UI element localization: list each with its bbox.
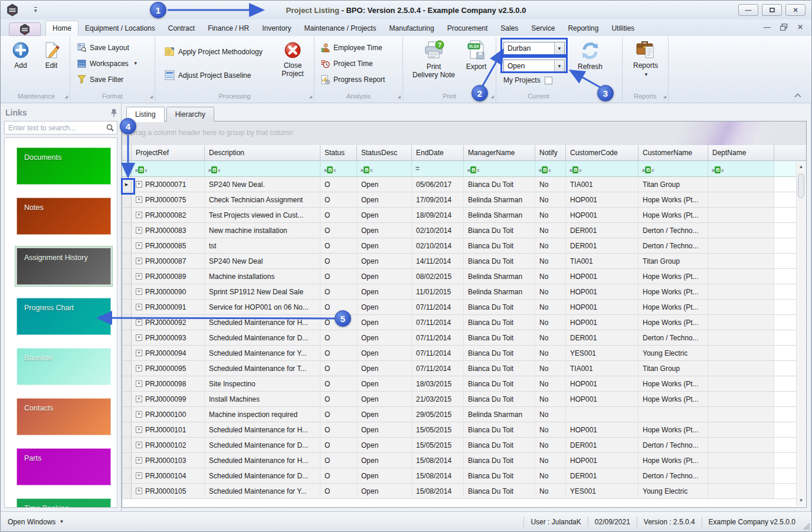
menu-tab-utilities[interactable]: Utilities bbox=[605, 21, 641, 36]
site-combobox[interactable]: Durban ▼ bbox=[503, 42, 565, 55]
filter-cell-projectref[interactable]: aBc bbox=[132, 161, 205, 177]
workspaces-button[interactable]: Workspaces▼ bbox=[77, 59, 138, 68]
maintenance-dialog-launcher-icon[interactable]: ◢ bbox=[65, 94, 68, 99]
links-search-box[interactable] bbox=[4, 121, 117, 134]
filter-cell-enddate[interactable]: = bbox=[412, 161, 464, 177]
filter-cell-deptname[interactable]: aBc bbox=[708, 161, 774, 177]
table-row[interactable]: PRJ0000102Scheduled Maintenance for D...… bbox=[122, 438, 806, 453]
filter-cell-customercode[interactable]: aBc bbox=[566, 161, 639, 177]
adjust-project-baseline-button[interactable]: Adjust Project Baseline bbox=[165, 70, 251, 80]
column-header-deptname[interactable]: DeptName bbox=[708, 145, 774, 161]
group-by-panel[interactable]: Drag a column header here to group by th… bbox=[122, 121, 806, 145]
filter-cell-statusdesc[interactable]: aBc bbox=[357, 161, 412, 177]
mdi-minimize-icon[interactable]: — bbox=[764, 23, 771, 31]
table-row[interactable]: PRJ0000092Scheduled Maintenance for H...… bbox=[122, 315, 806, 330]
menu-tab-equipment-locations[interactable]: Equipment / Locations bbox=[78, 21, 162, 36]
column-header-statusdesc[interactable]: StatusDesc bbox=[357, 145, 412, 161]
link-tile-notes[interactable]: Notes bbox=[17, 198, 111, 235]
expand-row-icon[interactable] bbox=[136, 442, 142, 448]
table-row[interactable]: PRJ0000099Install MachinesOOpen21/03/201… bbox=[122, 392, 806, 407]
reports-button[interactable]: Reports▼ bbox=[627, 40, 664, 78]
column-header-status[interactable]: Status bbox=[320, 145, 357, 161]
expand-row-icon[interactable] bbox=[136, 380, 142, 387]
expand-row-icon[interactable] bbox=[136, 258, 142, 264]
column-header-description[interactable]: Description bbox=[205, 145, 320, 161]
link-tile-baseline[interactable]: Baseline bbox=[17, 348, 111, 385]
edit-button[interactable]: Edit bbox=[37, 41, 66, 70]
vertical-scrollbar[interactable]: ▲ ▼ bbox=[796, 162, 806, 506]
expand-row-icon[interactable] bbox=[136, 350, 142, 356]
menu-tab-reporting[interactable]: Reporting bbox=[561, 21, 605, 36]
menu-tab-inventory[interactable]: Inventory bbox=[256, 21, 297, 36]
table-row[interactable]: PRJ0000082Test Projects viewed in Cust..… bbox=[122, 208, 806, 223]
pin-icon[interactable] bbox=[110, 109, 117, 117]
table-row[interactable]: PRJ0000094Scheduled Maintenance for Y...… bbox=[122, 346, 806, 361]
expand-row-icon[interactable] bbox=[136, 472, 142, 479]
my-projects-checkbox[interactable] bbox=[545, 77, 552, 84]
table-row[interactable]: PRJ0000093Scheduled Maintenance for D...… bbox=[122, 330, 806, 346]
expand-row-icon[interactable] bbox=[136, 488, 142, 494]
link-tile-parts[interactable]: Parts bbox=[17, 448, 111, 485]
expand-row-icon[interactable] bbox=[136, 273, 142, 280]
apply-project-methodology-button[interactable]: Apply Project Methodology bbox=[165, 47, 263, 57]
table-row[interactable]: PRJ0000105Scheduled Maintenance for Y...… bbox=[122, 484, 806, 499]
table-row[interactable]: PRJ0000087SP240 New DealOOpen14/11/2014B… bbox=[122, 254, 806, 269]
table-row[interactable]: PRJ0000091Service for HOP001 on 06 No...… bbox=[122, 300, 806, 315]
expand-row-icon[interactable] bbox=[136, 411, 142, 418]
scroll-up-icon[interactable]: ▲ bbox=[797, 163, 806, 171]
links-search-input[interactable] bbox=[5, 124, 106, 132]
menu-tab-finance-hr[interactable]: Finance / HR bbox=[201, 21, 256, 36]
column-header-notify[interactable]: Notify bbox=[535, 145, 566, 161]
refresh-button[interactable]: Refresh bbox=[571, 41, 610, 71]
expand-row-icon[interactable] bbox=[136, 242, 142, 249]
expand-row-icon[interactable] bbox=[136, 181, 142, 188]
table-row[interactable]: PRJ0000095Scheduled Maintenance for T...… bbox=[122, 361, 806, 376]
column-header-managername[interactable]: ManagerName bbox=[464, 145, 535, 161]
add-button[interactable]: Add bbox=[6, 41, 35, 70]
table-row[interactable]: PRJ0000075Check Technician AssignmentOOp… bbox=[122, 192, 806, 208]
table-row[interactable]: PRJ0000071SP240 New Deal.OOpen05/06/2017… bbox=[122, 177, 806, 192]
grid-tab-hierarchy[interactable]: Hierarchy bbox=[166, 107, 214, 121]
menu-tab-maintenance-projects[interactable]: Maintenance / Projects bbox=[298, 21, 383, 36]
column-header-enddate[interactable]: EndDate bbox=[412, 145, 464, 161]
scrollbar-thumb[interactable] bbox=[798, 173, 804, 198]
table-row[interactable]: PRJ0000083New machine installationOOpen0… bbox=[122, 223, 806, 238]
close-button[interactable]: ✕ bbox=[785, 4, 806, 16]
table-row[interactable]: PRJ0000090Sprint SP1912 New Deal SaleOOp… bbox=[122, 284, 806, 300]
format-dialog-launcher-icon[interactable]: ◢ bbox=[150, 94, 153, 99]
column-header-projectref[interactable]: ProjectRef bbox=[132, 145, 205, 161]
menu-tab-home[interactable]: Home bbox=[45, 21, 78, 36]
progress-report-button[interactable]: Progress Report bbox=[320, 75, 385, 84]
expand-row-icon[interactable] bbox=[136, 426, 142, 433]
reports-dialog-launcher-icon[interactable]: ◢ bbox=[663, 94, 666, 99]
table-row[interactable]: PRJ0000104Scheduled Maintenance for D...… bbox=[122, 468, 806, 484]
save-filter-button[interactable]: Save Filter bbox=[77, 75, 123, 84]
menu-tab-contract[interactable]: Contract bbox=[162, 21, 201, 36]
expand-row-icon[interactable] bbox=[136, 196, 142, 203]
menu-tab-manufacturing[interactable]: Manufacturing bbox=[383, 21, 441, 36]
expand-row-icon[interactable] bbox=[136, 396, 142, 402]
scroll-down-icon[interactable]: ▼ bbox=[797, 497, 806, 505]
project-time-button[interactable]: Project Time bbox=[320, 59, 373, 68]
filter-cell-status[interactable]: aBc bbox=[320, 161, 357, 177]
table-row[interactable]: PRJ0000103Scheduled Maintenance for H...… bbox=[122, 453, 806, 468]
mdi-close-icon[interactable]: ✕ bbox=[797, 23, 803, 31]
save-layout-button[interactable]: Save Layout bbox=[77, 43, 129, 52]
expand-row-icon[interactable] bbox=[136, 288, 142, 295]
menu-tab-procurement[interactable]: Procurement bbox=[441, 21, 495, 36]
status-combobox[interactable]: Open ▼ bbox=[503, 60, 565, 73]
table-row[interactable]: PRJ0000098Site InspectinoOOpen18/03/2015… bbox=[122, 376, 806, 392]
maximize-button[interactable] bbox=[762, 4, 782, 16]
column-header-customername[interactable]: CustomerName bbox=[639, 145, 708, 161]
menu-tab-service[interactable]: Service bbox=[525, 21, 561, 36]
link-tile-assignment-history[interactable]: Assignment History bbox=[17, 248, 111, 285]
column-header-customercode[interactable]: CustomerCode bbox=[566, 145, 639, 161]
expand-row-icon[interactable] bbox=[136, 304, 142, 310]
my-projects-checkbox-row[interactable]: My Projects bbox=[503, 76, 552, 84]
table-row[interactable]: PRJ0000085tstOOpen02/10/2014Bianca Du To… bbox=[122, 238, 806, 254]
filter-cell-description[interactable]: aBc bbox=[205, 161, 320, 177]
menu-tab-sales[interactable]: Sales bbox=[494, 21, 525, 36]
resize-grip-icon[interactable] bbox=[803, 523, 810, 530]
link-tile-documents[interactable]: Documents bbox=[17, 147, 111, 185]
site-combobox-dropdown-icon[interactable]: ▼ bbox=[554, 42, 564, 54]
